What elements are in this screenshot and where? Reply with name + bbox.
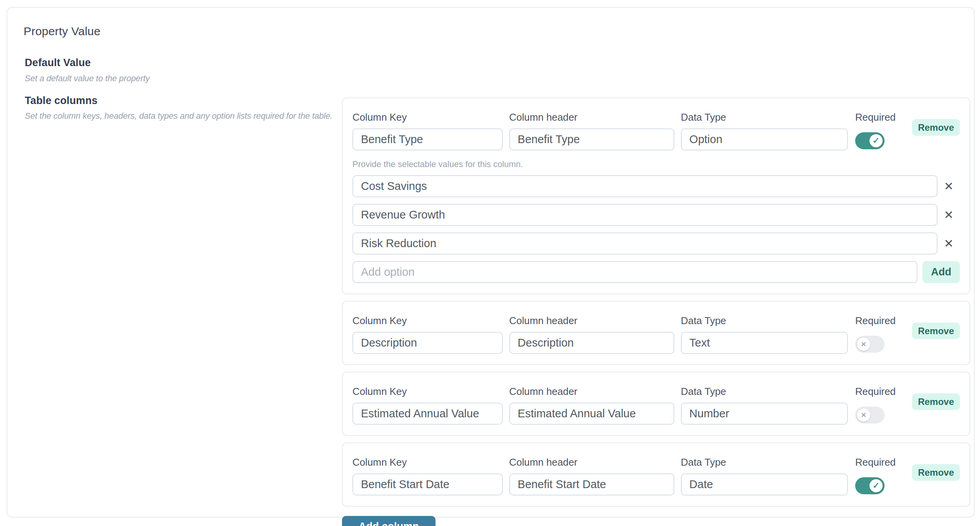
remove-option-icon[interactable]: ✕ [937, 232, 960, 254]
option-row: ✕ [352, 204, 960, 226]
column-header-input[interactable] [509, 332, 674, 354]
data-type-input[interactable] [681, 403, 848, 425]
column-key-input[interactable] [352, 332, 503, 354]
toggle-knob: ✓ [869, 134, 883, 147]
remove-column-button[interactable]: Remove [912, 323, 960, 339]
column-card: Column Key Column header Data Type Requi… [342, 442, 970, 507]
options-list: ✕ ✕ ✕ [352, 175, 960, 254]
column-header-input[interactable] [509, 128, 674, 150]
column-header-label: Column header [509, 111, 674, 123]
option-row: ✕ [352, 232, 960, 254]
table-columns-description: Set the column keys, headers, data types… [25, 111, 341, 121]
table-columns-section: Table columns Set the column keys, heade… [25, 95, 341, 121]
column-key-label: Column Key [352, 111, 503, 123]
column-key-input[interactable] [352, 473, 503, 495]
add-option-input[interactable] [352, 261, 917, 283]
required-toggle[interactable]: ✕ [855, 406, 885, 424]
option-value-input[interactable] [352, 204, 937, 226]
required-label: Required [855, 315, 896, 327]
add-option-row: Add [352, 261, 960, 283]
data-type-label: Data Type [681, 386, 848, 398]
column-key-label: Column Key [352, 456, 503, 468]
column-card: Column Key Column header Data Type Requi… [342, 372, 970, 436]
toggle-knob: ✕ [857, 338, 870, 351]
x-icon: ✕ [861, 341, 866, 348]
data-type-input[interactable] [681, 473, 848, 495]
column-header-label: Column header [509, 315, 674, 327]
property-value-panel: Property Value Default Value Set a defau… [7, 7, 975, 517]
option-value-input[interactable] [352, 232, 937, 254]
required-toggle[interactable]: ✓ [855, 132, 885, 149]
options-helper-text: Provide the selectable values for this c… [352, 159, 960, 169]
column-card: Column Key Column header Data Type Requi… [342, 301, 970, 365]
column-key-input[interactable] [352, 128, 503, 150]
column-key-input[interactable] [352, 403, 503, 425]
add-column-button[interactable]: Add column [342, 516, 436, 526]
column-header-input[interactable] [509, 403, 674, 425]
data-type-label: Data Type [681, 111, 848, 123]
toggle-knob: ✕ [857, 408, 870, 422]
column-key-label: Column Key [352, 386, 503, 398]
required-label: Required [855, 111, 896, 123]
remove-column-button[interactable]: Remove [912, 119, 960, 136]
data-type-label: Data Type [681, 456, 848, 468]
add-option-button[interactable]: Add [922, 261, 960, 283]
table-columns-heading: Table columns [25, 95, 341, 107]
data-type-input[interactable] [681, 128, 848, 150]
column-cards-list: Column Key Column header Data Type Requi… [342, 97, 970, 526]
check-icon: ✓ [873, 482, 880, 490]
column-header-label: Column header [509, 386, 674, 398]
remove-option-icon[interactable]: ✕ [937, 175, 960, 197]
remove-option-icon[interactable]: ✕ [937, 204, 960, 226]
check-icon: ✓ [873, 137, 880, 145]
required-toggle[interactable]: ✓ [855, 477, 885, 494]
required-label: Required [855, 456, 896, 468]
required-label: Required [855, 386, 896, 398]
remove-column-button[interactable]: Remove [912, 464, 960, 481]
data-type-label: Data Type [681, 315, 848, 327]
x-icon: ✕ [861, 412, 866, 418]
column-header-label: Column header [509, 456, 674, 468]
page-title: Property Value [24, 25, 100, 38]
required-toggle[interactable]: ✕ [855, 336, 885, 353]
default-value-description: Set a default value to the property [25, 73, 150, 84]
default-value-section: Default Value Set a default value to the… [25, 57, 150, 84]
remove-column-button[interactable]: Remove [912, 393, 960, 410]
option-row: ✕ [352, 175, 960, 197]
default-value-heading: Default Value [25, 57, 150, 69]
column-header-input[interactable] [509, 473, 674, 495]
toggle-knob: ✓ [869, 479, 883, 492]
column-key-label: Column Key [352, 315, 503, 327]
column-card: Column Key Column header Data Type Requi… [342, 97, 970, 294]
data-type-input[interactable] [681, 332, 848, 354]
option-value-input[interactable] [352, 175, 937, 197]
